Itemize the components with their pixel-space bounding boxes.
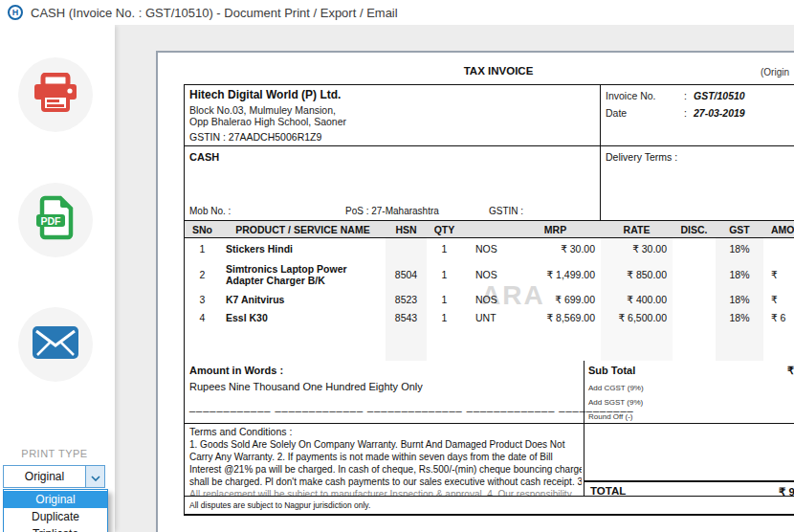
cgst-label: Add CGST (9%) bbox=[588, 384, 644, 392]
print-type-dropdown-list: Original Duplicate Triplicate bbox=[3, 489, 108, 532]
terms-line: Interest @21% pa will be charged. In cas… bbox=[189, 463, 582, 476]
sgst-label: Add SGST (9%) bbox=[588, 398, 643, 407]
total-amount: ₹ 9 bbox=[779, 485, 794, 497]
section-divider bbox=[600, 146, 601, 220]
window-title: CASH (Invoice No. : GST/10510) - Documen… bbox=[31, 6, 398, 20]
section-divider bbox=[600, 85, 601, 145]
terms-line: 1. Goods Sold Are Solely On Company Warr… bbox=[189, 438, 582, 451]
cell-amount: ₹ 6 bbox=[763, 312, 794, 323]
table-row: 3 K7 Anitvirus 8523 1 NOS ₹ 699.00 ₹ 400… bbox=[185, 290, 794, 308]
cell-product: Stickers Hindi bbox=[220, 243, 386, 255]
terms-text: 1. Goods Sold Are Solely On Company Warr… bbox=[189, 438, 582, 497]
signature-separator: ____________ _____________ _____________… bbox=[189, 401, 634, 412]
sub-total-amount: ₹ bbox=[787, 365, 794, 377]
invoice-no-value: GST/10510 bbox=[694, 90, 745, 101]
amount-words-text: Rupees Nine Thousand One Hundred Eighty … bbox=[189, 381, 423, 392]
email-icon bbox=[33, 326, 78, 363]
amount-words-label: Amount in Words : bbox=[189, 365, 283, 376]
cell-qty: 1 bbox=[427, 312, 462, 323]
place-of-supply: PoS : 27-Maharashtra bbox=[345, 206, 439, 216]
cell-mrp: ₹ 30.00 bbox=[510, 243, 601, 255]
dropdown-option-triplicate[interactable]: Triplicate bbox=[4, 525, 107, 532]
pdf-icon: PDF bbox=[35, 195, 76, 245]
cell-rate: ₹ 6,500.00 bbox=[601, 312, 673, 323]
cell-hsn: 8504 bbox=[386, 269, 427, 280]
colon: : bbox=[684, 107, 687, 119]
header-rate: RATE bbox=[601, 224, 673, 235]
party-gstin-label: GSTIN : bbox=[489, 206, 523, 216]
section-divider bbox=[584, 361, 584, 423]
chevron-down-icon bbox=[91, 468, 100, 485]
cell-rate: ₹ 400.00 bbox=[601, 294, 673, 305]
invoice-no-label: Invoice No. bbox=[606, 90, 656, 101]
terms-line: shall be charged. Pl don't make cash pay… bbox=[189, 476, 582, 488]
total-row: TOTAL ₹ 9 bbox=[584, 480, 794, 496]
terms-line: All replacement will be subject to manuf… bbox=[189, 488, 582, 497]
combo-dropdown-button[interactable] bbox=[85, 466, 104, 487]
copy-type-label: (Origin bbox=[761, 67, 789, 78]
dropdown-option-original[interactable]: Original bbox=[4, 491, 107, 508]
company-section: Hitech Digital World (P) Ltd. Block No.0… bbox=[185, 85, 794, 146]
party-name: CASH bbox=[189, 151, 219, 163]
app-logo-icon: H bbox=[8, 5, 23, 20]
header-sno: SNo bbox=[185, 224, 220, 235]
round-off-label: Round Off (-) bbox=[588, 412, 633, 421]
table-row: 4 Essl K30 8543 1 UNT ₹ 8,569.00 ₹ 6,500… bbox=[185, 308, 794, 326]
cell-gst: 18% bbox=[716, 269, 763, 280]
cell-mrp: ₹ 1,499.00 bbox=[510, 269, 601, 280]
cell-unit: NOS bbox=[462, 269, 510, 280]
table-row: 2 Simtronics Laptop Power Adapter Charge… bbox=[185, 258, 794, 290]
print-button[interactable] bbox=[18, 57, 93, 132]
printer-icon bbox=[33, 73, 77, 117]
cell-rate: ₹ 850.00 bbox=[601, 269, 673, 280]
cell-hsn: 8543 bbox=[386, 312, 427, 323]
company-name: Hitech Digital World (P) Ltd. bbox=[189, 88, 341, 101]
cell-sno: 3 bbox=[185, 294, 220, 305]
table-row: 1 Stickers Hindi 1 NOS ₹ 30.00 ₹ 30.00 1… bbox=[185, 238, 794, 258]
action-sidebar: PDF PRINT TYPE Original Original Duplica… bbox=[0, 25, 115, 532]
invoice-preview-page: TAX INVOICE (Origin Hitech Digital World… bbox=[156, 51, 794, 532]
email-button[interactable] bbox=[18, 307, 93, 382]
header-gst: GST bbox=[716, 224, 763, 235]
delivery-terms-label: Delivery Terms : bbox=[606, 151, 677, 163]
document-title: TAX INVOICE bbox=[184, 65, 794, 77]
total-label: TOTAL bbox=[590, 485, 626, 497]
export-pdf-button[interactable]: PDF bbox=[18, 183, 93, 257]
invoice-content: Hitech Digital World (P) Ltd. Block No.0… bbox=[184, 84, 794, 516]
print-type-select[interactable]: Original bbox=[3, 465, 105, 488]
cell-gst: 18% bbox=[716, 294, 763, 305]
cell-mrp: ₹ 699.00 bbox=[510, 294, 601, 305]
items-table-header: SNo PRODUCT / SERVICE NAME HSN QTY MRP R… bbox=[185, 221, 794, 238]
cell-amount: ₹ bbox=[763, 269, 794, 280]
cell-product: K7 Anitvirus bbox=[220, 294, 386, 305]
header-disc: DISC. bbox=[673, 224, 716, 235]
date-value: 27-03-2019 bbox=[694, 107, 745, 119]
cell-qty: 1 bbox=[427, 243, 462, 255]
cell-rate: ₹ 30.00 bbox=[601, 243, 673, 255]
colon: : bbox=[684, 90, 687, 101]
svg-text:PDF: PDF bbox=[41, 215, 62, 227]
header-qty: QTY bbox=[427, 224, 462, 235]
cell-mrp: ₹ 8,569.00 bbox=[510, 312, 601, 323]
cell-product: Essl K30 bbox=[220, 312, 386, 323]
dropdown-option-duplicate[interactable]: Duplicate bbox=[4, 508, 107, 525]
company-address-line2: Opp Bhalerao High School, Saoner bbox=[189, 116, 346, 127]
company-address-line1: Block No.03, Mulmuley Mansion, bbox=[189, 104, 336, 116]
company-gstin: GSTIN : 27AADCH5006R1Z9 bbox=[189, 131, 321, 143]
terms-section: Terms and Conditions : 1. Goods Sold Are… bbox=[185, 424, 794, 497]
print-type-label: PRINT TYPE bbox=[0, 448, 109, 459]
header-mrp: MRP bbox=[510, 224, 601, 235]
items-table-body: ARA 1 Stickers Hindi 1 NOS ₹ 30.00 ₹ 30.… bbox=[185, 238, 794, 361]
cell-sno: 2 bbox=[185, 269, 220, 280]
terms-line: Carry Any Warranty. 2. If payments is no… bbox=[189, 451, 582, 463]
cell-sno: 4 bbox=[185, 312, 220, 323]
header-product: PRODUCT / SERVICE NAME bbox=[220, 224, 386, 235]
header-hsn: HSN bbox=[386, 224, 427, 235]
cell-gst: 18% bbox=[716, 243, 763, 255]
terms-label: Terms and Conditions : bbox=[189, 426, 292, 437]
party-section: CASH Mob No. : PoS : 27-Maharashtra GSTI… bbox=[185, 146, 794, 221]
header-amount: AMOUNT bbox=[763, 224, 794, 235]
date-label: Date bbox=[606, 107, 627, 119]
cell-unit: UNT bbox=[462, 312, 510, 323]
cell-qty: 1 bbox=[427, 294, 462, 305]
